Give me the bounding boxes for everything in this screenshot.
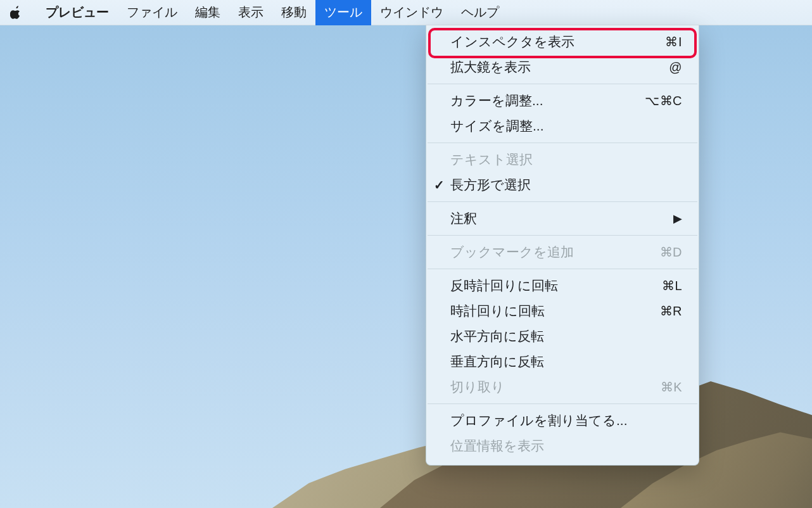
menu-item-label: インスペクタを表示 [450, 33, 665, 51]
menu-item-flip-vertical[interactable]: 垂直方向に反転 [426, 349, 699, 374]
menu-item-rotate-cw[interactable]: 時計回りに回転 ⌘R [426, 298, 699, 324]
menu-item-shortcut: ⌘R [660, 303, 682, 319]
menu-item-text-selection: テキスト選択 [426, 147, 699, 172]
menubar-item-help[interactable]: ヘルプ [452, 0, 508, 25]
menubar-item-tools[interactable]: ツール [315, 0, 371, 25]
menu-item-label: 切り取り [450, 378, 661, 396]
menu-item-label: 反時計回りに回転 [450, 277, 662, 295]
menu-separator [428, 235, 697, 236]
menu-item-shortcut: ⌥⌘C [645, 93, 682, 108]
tools-dropdown: インスペクタを表示 ⌘I 拡大鏡を表示 @ カラーを調整... ⌥⌘C サイズを… [426, 25, 699, 466]
menu-item-label: 位置情報を表示 [450, 437, 682, 455]
menubar-item-edit[interactable]: 編集 [186, 0, 229, 25]
menu-separator [428, 201, 697, 202]
menu-item-label: 水平方向に反転 [450, 327, 682, 345]
menubar-item-file[interactable]: ファイル [118, 0, 186, 25]
menu-item-label: プロファイルを割り当てる... [450, 412, 682, 429]
menu-separator [428, 269, 697, 269]
menubar: プレビュー ファイル 編集 表示 移動 ツール ウインドウ ヘルプ [0, 0, 812, 25]
menu-item-shortcut: ⌘L [662, 278, 682, 293]
menu-item-label: サイズを調整... [450, 117, 682, 135]
menu-item-shortcut: @ [669, 60, 682, 75]
menu-item-flip-horizontal[interactable]: 水平方向に反転 [426, 324, 699, 349]
menu-item-add-bookmark: ブックマークを追加 ⌘D [426, 239, 699, 265]
menu-item-label: カラーを調整... [450, 92, 645, 110]
menu-item-show-magnifier[interactable]: 拡大鏡を表示 @ [426, 54, 699, 80]
menu-separator [428, 84, 697, 84]
menu-item-assign-profile[interactable]: プロファイルを割り当てる... [426, 408, 699, 433]
menubar-app-name[interactable]: プレビュー [37, 0, 118, 25]
menu-item-rotate-ccw[interactable]: 反時計回りに回転 ⌘L [426, 273, 699, 298]
menubar-item-view[interactable]: 表示 [229, 0, 272, 25]
submenu-arrow-icon: ▶ [673, 212, 682, 225]
menu-item-label: 長方形で選択 [450, 176, 682, 194]
menu-item-shortcut: ⌘D [660, 244, 682, 260]
menubar-item-go[interactable]: 移動 [272, 0, 315, 25]
menu-item-shortcut: ⌘K [661, 379, 682, 395]
menubar-item-window[interactable]: ウインドウ [371, 0, 452, 25]
menu-item-show-location: 位置情報を表示 [426, 433, 699, 459]
menu-item-label: 時計回りに回転 [450, 302, 660, 320]
menu-item-adjust-size[interactable]: サイズを調整... [426, 113, 699, 139]
menu-item-label: 垂直方向に反転 [450, 353, 682, 371]
menu-separator [428, 403, 697, 404]
menu-item-show-inspector[interactable]: インスペクタを表示 ⌘I [426, 29, 699, 54]
menu-item-shortcut: ⌘I [665, 34, 682, 49]
menu-item-annotate[interactable]: 注釈 ▶ [426, 206, 699, 231]
menu-item-label: テキスト選択 [450, 151, 682, 168]
menu-item-label: 拡大鏡を表示 [450, 58, 669, 76]
check-icon: ✓ [434, 177, 445, 193]
apple-menu-icon[interactable] [9, 6, 23, 20]
menu-item-label: 注釈 [450, 210, 673, 227]
menu-item-label: ブックマークを追加 [450, 243, 660, 261]
menu-item-adjust-color[interactable]: カラーを調整... ⌥⌘C [426, 88, 699, 113]
menu-item-rect-selection[interactable]: ✓ 長方形で選択 [426, 172, 699, 198]
menu-item-crop: 切り取り ⌘K [426, 374, 699, 400]
menu-separator [428, 143, 697, 143]
